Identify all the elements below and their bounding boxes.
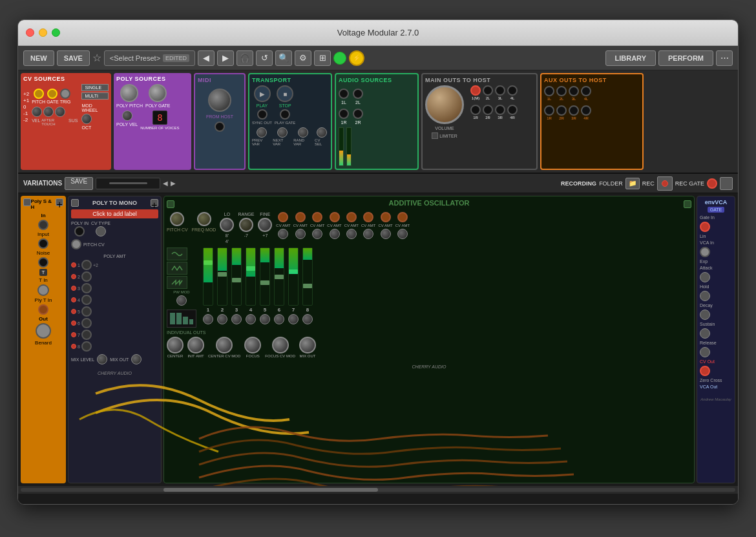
minimize-button[interactable] — [39, 28, 47, 37]
focus-knob[interactable] — [244, 337, 261, 353]
search-icon[interactable]: 🔍 — [275, 50, 292, 66]
ptm-5-jack[interactable] — [81, 306, 92, 317]
cv-amt-knob-4[interactable] — [330, 229, 340, 239]
cv-jack-1[interactable] — [278, 212, 288, 222]
close-button[interactable] — [26, 28, 34, 37]
cv-jack-6[interactable] — [363, 212, 373, 222]
scrollbar-track[interactable] — [21, 488, 735, 492]
maximize-button[interactable] — [52, 28, 60, 37]
trig-jack[interactable] — [60, 89, 70, 99]
settings-icon[interactable]: ⚙ — [295, 50, 311, 66]
fader-6[interactable] — [274, 247, 284, 306]
main-out-2l-jack[interactable] — [483, 85, 493, 96]
stop-button[interactable]: ■ — [277, 85, 293, 102]
midi-jack[interactable] — [215, 121, 225, 132]
new-button[interactable]: NEW — [23, 50, 54, 66]
t-in-jack[interactable] — [37, 284, 49, 296]
forward-button[interactable]: ▶ — [217, 50, 234, 66]
env-hold-knob[interactable] — [700, 291, 710, 301]
module-collapse-btn[interactable] — [23, 198, 31, 206]
wave-tri-btn[interactable] — [167, 262, 187, 275]
fader-8[interactable] — [302, 247, 313, 306]
library-button[interactable]: LIBRARY — [605, 50, 656, 66]
focus-cv-mod-knob[interactable] — [272, 337, 289, 353]
poly-pitch-knob[interactable] — [120, 84, 138, 102]
cv-amt-knob-1[interactable] — [278, 229, 288, 239]
ply-t-in-jack[interactable] — [38, 304, 48, 315]
ptm-6-jack[interactable] — [81, 318, 92, 328]
mix-level-knob[interactable] — [97, 354, 107, 364]
mix-out-main-knob[interactable] — [299, 337, 316, 353]
aux-2r-jack[interactable] — [556, 105, 567, 116]
wave-sine-btn[interactable] — [167, 247, 187, 260]
aux-1r-jack[interactable] — [544, 105, 554, 116]
aux-3l-jack[interactable] — [569, 86, 579, 96]
volume-knob[interactable] — [425, 85, 464, 124]
aux-1l-jack[interactable] — [544, 86, 554, 96]
env-cv-out-jack[interactable] — [700, 366, 710, 376]
single-button[interactable]: SINGLE — [81, 84, 109, 91]
play-button[interactable]: ▶ — [254, 85, 271, 102]
main-out-4l-jack[interactable] — [507, 85, 518, 96]
harm-knob-3[interactable] — [231, 314, 242, 324]
rec-options-button[interactable] — [720, 177, 733, 190]
more-options-icon[interactable]: ⋯ — [716, 50, 733, 66]
cv-sel-knob[interactable] — [317, 127, 327, 138]
freq-mod-knob[interactable] — [197, 212, 211, 226]
ptm-2-jack[interactable] — [81, 271, 92, 282]
harm-knob-7[interactable] — [288, 314, 299, 324]
cv-jack-8[interactable] — [397, 212, 408, 222]
env-gate-in-jack[interactable] — [700, 222, 710, 232]
center-cv-mod-knob[interactable] — [216, 337, 233, 353]
back-button[interactable]: ◀ — [198, 50, 215, 66]
fader-1[interactable] — [203, 247, 213, 306]
harm-knob-2[interactable] — [217, 314, 227, 324]
next-var-knob[interactable] — [277, 127, 288, 138]
sh-noise-jack[interactable] — [38, 257, 48, 268]
sh-in-jack[interactable] — [38, 220, 48, 230]
poly-gate-knob[interactable] — [149, 84, 167, 102]
cv-jack-2[interactable] — [295, 212, 306, 222]
main-out-1r-jack[interactable] — [470, 105, 481, 115]
play-gate-jack[interactable] — [280, 109, 290, 120]
harm-knob-6[interactable] — [274, 314, 284, 324]
rand-var-knob[interactable] — [298, 127, 308, 138]
sh-out-jack[interactable] — [36, 323, 51, 339]
cv-amt-knob-2[interactable] — [295, 229, 306, 239]
fader-3[interactable] — [231, 247, 242, 306]
main-out-3r-jack[interactable] — [495, 105, 505, 115]
cv-jack-5[interactable] — [346, 212, 357, 222]
init-amt-knob[interactable] — [187, 337, 204, 353]
ptm-7-jack[interactable] — [81, 330, 92, 340]
ptm-4-jack[interactable] — [81, 295, 92, 305]
rec-gate-jack[interactable] — [707, 178, 717, 189]
env-release-knob[interactable] — [700, 347, 710, 357]
fader-5[interactable] — [260, 247, 270, 306]
fader-2[interactable] — [217, 247, 227, 306]
wave-saw-btn[interactable] — [167, 276, 187, 289]
cv-amt-knob-6[interactable] — [363, 229, 373, 239]
sh-input-jack[interactable] — [38, 238, 48, 249]
click-to-add-label[interactable]: Click to add label — [71, 209, 158, 218]
multi-button[interactable]: MULTI — [81, 92, 109, 100]
module-add-btn[interactable]: + — [56, 198, 63, 206]
env-decay-knob[interactable] — [700, 310, 710, 320]
next-arrow[interactable]: ▶ — [171, 180, 176, 187]
ptm-collapse-btn[interactable] — [71, 199, 79, 207]
additive-collapse-btn[interactable] — [167, 200, 174, 208]
cv-jack-7[interactable] — [381, 212, 391, 222]
midi-knob[interactable] — [208, 89, 231, 112]
vel-knob[interactable] — [32, 107, 42, 117]
variations-slider[interactable] — [96, 178, 160, 189]
headphone-icon[interactable]: 🎧 — [236, 50, 253, 66]
main-out-2r-jack[interactable] — [483, 105, 493, 115]
harm-knob-5[interactable] — [260, 314, 270, 324]
gate-jack[interactable] — [47, 89, 58, 99]
prev-arrow[interactable]: ◀ — [163, 180, 168, 187]
pw-mod-knob[interactable] — [176, 295, 187, 306]
ptm-8-jack[interactable] — [81, 341, 92, 352]
fader-7[interactable] — [288, 247, 299, 306]
lo-knob[interactable] — [220, 218, 234, 232]
audio-2r-jack[interactable] — [353, 109, 363, 119]
ptm-poly-in-jack[interactable] — [74, 226, 85, 237]
